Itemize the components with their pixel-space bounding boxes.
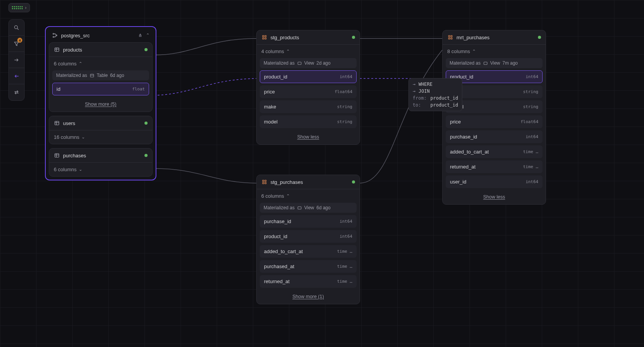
chevron-down-icon: ⌄	[79, 167, 82, 172]
arrow-right-icon	[13, 57, 20, 63]
chevron-down-icon: ⌄	[81, 135, 85, 140]
column-row[interactable]: returned_attime …	[260, 275, 357, 288]
status-dot	[352, 36, 355, 39]
model-icon	[261, 179, 267, 185]
node-title: purchases	[63, 153, 141, 158]
materialized-row: Materialized as View 7m ago	[446, 58, 543, 68]
arrow-right-icon: →	[413, 82, 415, 87]
column-row[interactable]: purchase_idint64	[260, 215, 357, 228]
columns-summary[interactable]: 4 columns ⌃	[257, 45, 360, 58]
svg-rect-30	[448, 35, 450, 37]
column-row[interactable]: modelstring	[260, 115, 357, 128]
svg-point-6	[53, 33, 54, 35]
chevron-up-icon[interactable]: ⌃	[146, 33, 149, 38]
node-title: users	[63, 120, 141, 126]
app-icon	[12, 6, 23, 9]
column-row[interactable]: pricefloat64	[260, 85, 357, 98]
canvas[interactable]: postgres_src ⋔ ⌃ products 6 columns ⌃ Ma…	[0, 0, 644, 347]
columns-summary[interactable]: 8 columns ⌃	[443, 45, 546, 58]
show-more-link[interactable]: Show more (5)	[49, 98, 152, 112]
column-row[interactable]: returned_attime …	[446, 160, 543, 173]
source-title: postgres_src	[61, 33, 90, 38]
svg-rect-22	[262, 38, 264, 39]
breadcrumb[interactable]: ›	[8, 3, 30, 12]
view-icon	[297, 205, 302, 210]
node-title: stg_purchases	[271, 179, 349, 185]
show-more-link[interactable]: Show more (1)	[257, 290, 360, 304]
svg-rect-24	[298, 62, 301, 65]
svg-rect-21	[265, 35, 266, 37]
column-row[interactable]: user_idint64	[446, 175, 543, 188]
filter-button[interactable]: 4	[9, 36, 24, 52]
node-stg-purchases[interactable]: stg_purchases 6 columns ⌃ Materialized a…	[256, 175, 360, 304]
arrow-right-icon: →	[413, 88, 415, 94]
node-stg-products[interactable]: stg_products 4 columns ⌃ Materialized as…	[256, 30, 360, 145]
model-icon	[261, 34, 267, 40]
svg-rect-26	[265, 180, 266, 181]
chevron-up-icon: ⌃	[286, 194, 290, 199]
svg-point-7	[53, 37, 54, 38]
view-icon	[297, 61, 302, 66]
svg-rect-32	[448, 38, 450, 39]
materialized-row: Materialized as View 6d ago	[260, 203, 357, 213]
source-header: postgres_src ⋔ ⌃	[49, 30, 153, 42]
chevron-up-icon: ⌃	[79, 61, 82, 66]
back-button[interactable]	[9, 68, 24, 84]
svg-rect-17	[55, 153, 59, 157]
columns-summary[interactable]: 6 columns ⌄	[49, 163, 152, 176]
status-dot	[538, 36, 541, 39]
column-row[interactable]: added_to_cart_attime …	[260, 245, 357, 258]
svg-rect-23	[265, 38, 266, 39]
table-icon	[54, 152, 60, 158]
materialized-row: Materialized as View 2d ago	[260, 58, 357, 68]
edge-tooltip: →WHERE →JOIN from:product_id to:product_…	[408, 78, 462, 111]
chevron-up-icon: ⌃	[472, 49, 476, 54]
lineage-icon[interactable]: ⋔	[138, 33, 142, 38]
node-purchases[interactable]: purchases 6 columns ⌄	[49, 148, 153, 177]
chevron-up-icon: ⌃	[286, 49, 290, 54]
node-users[interactable]: users 16 columns ⌄	[49, 116, 153, 144]
column-row[interactable]: pricefloat64	[446, 115, 543, 128]
column-row[interactable]: purchase_idint64	[446, 130, 543, 143]
column-row[interactable]: product_idint64	[260, 70, 357, 83]
table-icon	[90, 73, 95, 78]
svg-rect-12	[90, 74, 94, 77]
materialized-row: Materialized as Table 6d ago	[52, 70, 149, 80]
node-products[interactable]: products 6 columns ⌃ Materialized as Tab…	[49, 42, 153, 112]
table-icon	[54, 120, 60, 126]
column-row[interactable]: makestring	[260, 100, 357, 113]
swap-icon	[13, 89, 20, 95]
arrow-left-icon	[13, 73, 20, 79]
show-less-link[interactable]: Show less	[257, 130, 360, 144]
column-row-id[interactable]: id float	[52, 83, 149, 95]
status-dot	[144, 122, 148, 125]
column-row[interactable]: added_to_cart_attime …	[446, 145, 543, 158]
node-title: stg_products	[271, 35, 349, 40]
svg-rect-33	[451, 38, 452, 39]
show-less-link[interactable]: Show less	[443, 190, 546, 204]
svg-rect-29	[298, 207, 301, 209]
filter-badge: 4	[17, 38, 22, 43]
source-group-postgres[interactable]: postgres_src ⋔ ⌃ products 6 columns ⌃ Ma…	[45, 26, 156, 180]
status-dot	[144, 48, 148, 51]
columns-summary[interactable]: 6 columns ⌃	[49, 57, 152, 70]
column-row[interactable]: purchased_attime …	[260, 260, 357, 273]
node-title: mrt_purchases	[456, 35, 535, 40]
model-icon	[447, 34, 453, 40]
columns-summary[interactable]: 16 columns ⌄	[49, 130, 152, 144]
node-title: products	[63, 47, 141, 53]
svg-rect-27	[262, 182, 264, 184]
svg-rect-9	[55, 48, 59, 51]
swap-button[interactable]	[9, 84, 24, 100]
column-row[interactable]: product_idint64	[260, 230, 357, 243]
svg-rect-34	[484, 62, 487, 65]
node-mrt-purchases[interactable]: mrt_purchases 8 columns ⌃ Materialized a…	[442, 30, 546, 205]
svg-rect-14	[55, 121, 59, 125]
branch-icon	[52, 32, 58, 38]
forward-button[interactable]	[9, 52, 24, 68]
search-button[interactable]	[9, 20, 24, 36]
status-dot	[144, 154, 148, 157]
columns-summary[interactable]: 6 columns ⌃	[257, 189, 360, 203]
svg-rect-28	[265, 182, 266, 184]
table-icon	[54, 47, 60, 53]
